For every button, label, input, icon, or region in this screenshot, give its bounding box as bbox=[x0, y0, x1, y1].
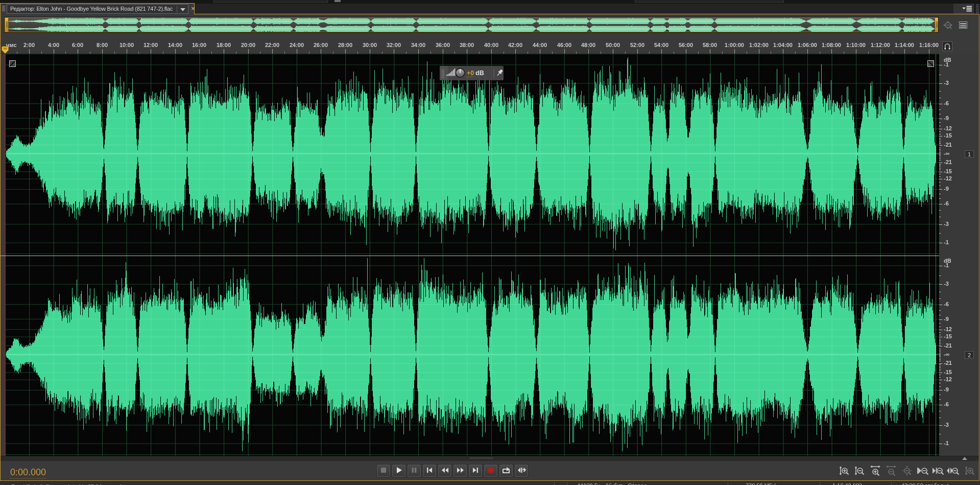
svg-text:dB: dB bbox=[475, 70, 484, 77]
svg-text:+0: +0 bbox=[467, 70, 474, 77]
